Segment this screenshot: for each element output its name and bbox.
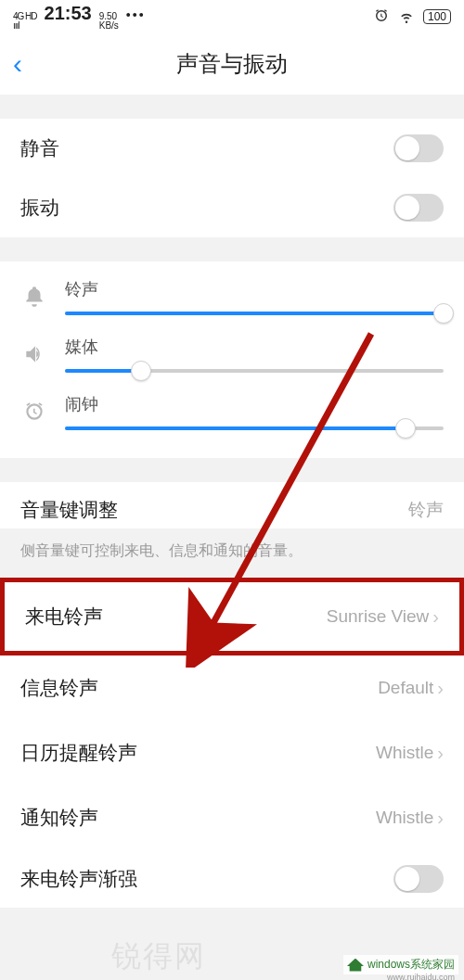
- row-mute: 静音: [0, 119, 464, 178]
- media-slider-label: 媒体: [65, 336, 444, 358]
- vibrate-label: 振动: [20, 195, 59, 221]
- row-notify-ringtone[interactable]: 通知铃声 Whistle ›: [0, 785, 464, 850]
- row-incoming-ringtone[interactable]: 来电铃声 Sunrise View ›: [0, 578, 464, 655]
- chevron-right-icon: ›: [437, 743, 444, 764]
- row-vibrate: 振动: [0, 178, 464, 237]
- watermark-logo: windows系统家园: [343, 955, 458, 974]
- ringtone-slider[interactable]: [65, 312, 444, 315]
- media-slider[interactable]: [65, 369, 444, 373]
- wifi-icon: [397, 6, 416, 28]
- incoming-ringtone-value: Sunrise View: [327, 606, 430, 627]
- row-volume-key[interactable]: 音量键调整 铃声: [0, 482, 464, 528]
- alarm-icon: [20, 393, 48, 430]
- section-sound-toggles: 静音 振动: [0, 119, 464, 237]
- back-button[interactable]: ‹: [13, 48, 22, 80]
- ascending-ringtone-toggle[interactable]: [393, 865, 444, 893]
- calendar-ringtone-value: Whistle: [376, 743, 433, 763]
- row-calendar-ringtone[interactable]: 日历提醒铃声 Whistle ›: [0, 720, 464, 785]
- chevron-right-icon: ›: [437, 678, 444, 699]
- speaker-icon: [20, 336, 48, 373]
- notify-ringtone-label: 通知铃声: [20, 805, 98, 831]
- mute-toggle[interactable]: [393, 134, 444, 162]
- chevron-right-icon: ›: [437, 808, 444, 829]
- status-bar: 4G HD ıııl 21:53 9.50KB/s ••• 100: [0, 0, 464, 33]
- mute-label: 静音: [20, 135, 59, 161]
- volume-key-value: 铃声: [408, 498, 444, 522]
- watermark-center: 锐得网: [111, 936, 206, 977]
- status-right: 100: [373, 6, 451, 28]
- net-speed: 9.50KB/s: [99, 12, 119, 31]
- ringtone-slider-label: 铃声: [65, 278, 444, 300]
- alarm-slider-label: 闹钟: [65, 393, 444, 415]
- message-ringtone-label: 信息铃声: [20, 675, 98, 701]
- volume-key-desc: 侧音量键可控制来电、信息和通知的音量。: [0, 528, 464, 578]
- page-title: 声音与振动: [176, 49, 288, 79]
- house-icon: [347, 959, 364, 972]
- slider-row-ringtone: 铃声: [20, 271, 444, 328]
- slider-row-alarm: 闹钟: [20, 386, 444, 443]
- section-volume-sliders: 铃声 媒体 闹钟: [0, 261, 464, 458]
- vibrate-toggle[interactable]: [393, 194, 444, 222]
- signal-icon: ıııl: [13, 20, 19, 31]
- chevron-right-icon: ›: [432, 606, 439, 628]
- slider-row-media: 媒体: [20, 328, 444, 386]
- ascending-ringtone-label: 来电铃声渐强: [20, 866, 137, 892]
- volume-key-label: 音量键调整: [20, 497, 118, 523]
- network-label: 4G HD ıııl: [13, 12, 37, 31]
- row-message-ringtone[interactable]: 信息铃声 Default ›: [0, 655, 464, 720]
- more-dots-icon: •••: [126, 7, 146, 22]
- watermark-url: www.ruihaidu.com: [387, 973, 455, 980]
- status-left: 4G HD ıııl 21:53 9.50KB/s •••: [13, 3, 146, 31]
- row-ascending-ringtone: 来电铃声渐强: [0, 850, 464, 908]
- notify-ringtone-value: Whistle: [376, 808, 433, 828]
- incoming-ringtone-label: 来电铃声: [25, 604, 103, 630]
- alarm-slider[interactable]: [65, 426, 444, 430]
- message-ringtone-value: Default: [378, 678, 433, 698]
- calendar-ringtone-label: 日历提醒铃声: [20, 740, 137, 766]
- alarm-status-icon: [373, 7, 390, 27]
- page-header: ‹ 声音与振动: [0, 33, 464, 95]
- battery-indicator: 100: [423, 9, 451, 24]
- clock: 21:53: [45, 3, 92, 24]
- bell-icon: [20, 278, 48, 315]
